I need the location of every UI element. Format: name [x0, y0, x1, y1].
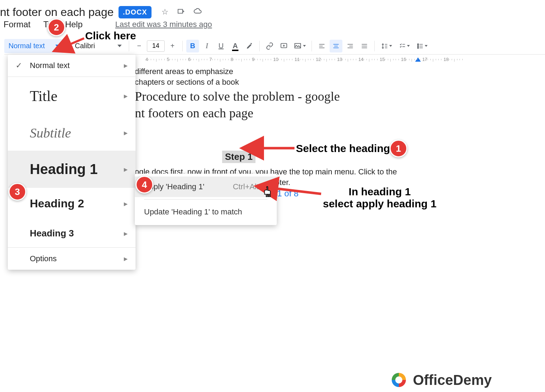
- ruler-tick: 5: [167, 57, 169, 62]
- align-center-button[interactable]: [330, 40, 342, 52]
- align-justify-button[interactable]: [358, 40, 371, 52]
- annotation-select-heading: Select the heading: [296, 142, 390, 155]
- style-subtitle[interactable]: Subtitle ▶: [8, 115, 136, 151]
- star-icon[interactable]: ☆: [161, 7, 169, 17]
- move-icon[interactable]: [177, 7, 185, 17]
- menu-format[interactable]: Format: [4, 19, 31, 29]
- align-left-button[interactable]: [315, 40, 328, 52]
- check-icon: ✓: [16, 61, 22, 70]
- chevron-right-icon: ▶: [124, 201, 128, 207]
- annotation-arrow: [270, 186, 323, 198]
- annotation-badge-1: 1: [390, 140, 407, 157]
- highlight-color-button[interactable]: [243, 40, 256, 52]
- last-edit-link[interactable]: Last edit was 3 minutes ago: [115, 20, 212, 29]
- svg-line-5: [67, 38, 84, 45]
- checklist-button[interactable]: [396, 40, 412, 52]
- ruler-tick: 4: [145, 57, 148, 62]
- annotation-badge-3: 3: [9, 183, 26, 201]
- chevron-right-icon: ▶: [124, 93, 128, 99]
- body-text: different areas to emphasize: [135, 67, 545, 76]
- document-title[interactable]: nt footer on each page: [0, 6, 114, 19]
- heading-1-submenu: Apply 'Heading 1' Ctrl+Alt+1 Update 'Hea…: [135, 174, 277, 225]
- style-options[interactable]: Options ▶: [8, 248, 136, 270]
- caret-down-icon: [55, 45, 60, 47]
- annotation-click-here: Click here: [85, 30, 136, 42]
- annotation-apply-heading: In heading 1 select apply heading 1: [323, 186, 436, 210]
- update-heading-1[interactable]: Update 'Heading 1' to match: [135, 202, 277, 222]
- selected-text[interactable]: Step 1: [222, 151, 255, 163]
- svg-line-7: [273, 188, 321, 194]
- svg-point-2: [417, 44, 418, 45]
- italic-button[interactable]: I: [200, 40, 213, 52]
- annotation-badge-2: 2: [48, 18, 65, 36]
- caret-down-icon: [117, 45, 122, 47]
- chevron-right-icon: ▶: [124, 63, 128, 68]
- paragraph-style-value: Normal text: [9, 42, 45, 50]
- ruler-tick: 8: [231, 57, 233, 62]
- annotation-badge-4: 4: [136, 176, 153, 194]
- insert-link-button[interactable]: [263, 40, 276, 52]
- text-color-button[interactable]: A: [229, 40, 242, 52]
- menu-help[interactable]: Help: [65, 19, 82, 29]
- annotation-arrow: [65, 36, 86, 50]
- bulleted-list-button[interactable]: [414, 40, 430, 52]
- svg-point-4: [417, 47, 418, 48]
- style-normal-text[interactable]: ✓ Normal text ▶: [8, 55, 136, 77]
- chevron-right-icon: ▶: [124, 167, 128, 172]
- ruler-tick: 7: [209, 57, 212, 62]
- svg-point-3: [417, 45, 418, 46]
- cloud-icon[interactable]: [193, 7, 202, 17]
- style-heading-2[interactable]: Heading 2 ▶: [8, 188, 136, 219]
- chevron-right-icon: ▶: [124, 256, 128, 262]
- horizontal-ruler[interactable]: 456789101112131415161718: [135, 57, 545, 65]
- add-comment-button[interactable]: [277, 40, 290, 52]
- document-heading: Procedure to solve the problem - google …: [135, 88, 545, 122]
- chevron-right-icon: ▶: [124, 130, 128, 136]
- align-right-button[interactable]: [344, 40, 357, 52]
- font-size-increase-button[interactable]: +: [166, 40, 179, 52]
- bold-button[interactable]: B: [186, 40, 199, 52]
- indent-marker-icon[interactable]: [415, 57, 421, 62]
- watermark-logo: OfficeDemy: [390, 371, 492, 388]
- underline-button[interactable]: U: [215, 40, 227, 52]
- cursor-pointer-icon: [263, 186, 273, 200]
- line-spacing-button[interactable]: [378, 40, 395, 52]
- font-size-input[interactable]: 14: [147, 40, 165, 52]
- style-heading-3[interactable]: Heading 3 ▶: [8, 219, 136, 247]
- body-text: chapters or sections of a book: [135, 78, 545, 87]
- paragraph-style-dropdown[interactable]: Normal text: [4, 39, 64, 53]
- chevron-right-icon: ▶: [124, 231, 128, 236]
- ruler-tick: 6: [188, 57, 191, 62]
- ruler-tick: 9: [252, 57, 254, 62]
- paragraph-style-menu: ✓ Normal text ▶ Title ▶ Subtitle ▶ Headi…: [8, 55, 136, 270]
- insert-image-button[interactable]: [292, 40, 308, 52]
- style-heading-1[interactable]: Heading 1 ▶: [8, 151, 136, 188]
- keyboard-shortcut: Ctrl+Alt+1: [233, 182, 268, 191]
- annotation-arrow: [255, 144, 298, 154]
- docx-badge: .DOCX: [119, 6, 151, 18]
- style-title[interactable]: Title ▶: [8, 77, 136, 115]
- officedemy-logo-icon: [390, 371, 407, 388]
- apply-heading-1[interactable]: Apply 'Heading 1' Ctrl+Alt+1: [135, 177, 277, 197]
